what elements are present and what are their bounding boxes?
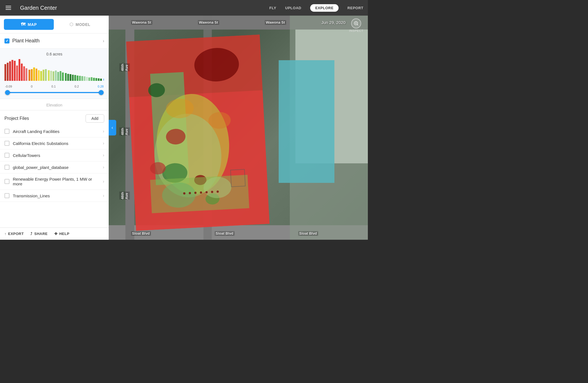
svg-rect-9: [26, 68, 27, 81]
export-button[interactable]: ↑ EXPORT: [4, 232, 24, 236]
svg-rect-1: [7, 63, 8, 81]
file-name-power: global_power_plant_database: [13, 165, 99, 170]
map-toggle-button[interactable]: 🗺 MAP: [4, 19, 54, 30]
file-item-cellular[interactable]: CellularTowers ›: [0, 149, 109, 161]
svg-rect-25: [65, 73, 67, 81]
svg-rect-2: [9, 61, 11, 81]
svg-rect-36: [91, 77, 93, 81]
svg-rect-30: [77, 76, 78, 81]
svg-rect-7: [21, 64, 23, 81]
model-toggle-button[interactable]: ⬡ MODEL: [55, 19, 105, 30]
sidebar-footer: ↑ EXPORT ⤴ SHARE ✤ HELP: [0, 227, 109, 240]
histogram-chart: [4, 59, 104, 81]
file-list: Aircraft Landing Facilities › California…: [0, 125, 109, 202]
slider-fill: [6, 92, 103, 93]
main-nav: FLY UPLOAD EXPLORE REPORT: [269, 4, 363, 12]
file-chevron-power: ›: [103, 165, 104, 170]
file-name-transmission: Transmission_Lines: [13, 193, 99, 198]
svg-rect-20: [53, 71, 54, 81]
svg-rect-39: [98, 78, 99, 81]
export-icon: ↑: [4, 232, 6, 236]
file-item-transmission[interactable]: Transmission_Lines ›: [0, 190, 109, 202]
file-checkbox-aircraft[interactable]: [4, 129, 9, 134]
help-icon: ✤: [54, 232, 58, 236]
share-icon: ⤴: [30, 232, 33, 236]
plant-health-title: Plant Health: [12, 38, 100, 44]
elevation-label[interactable]: Elevation: [0, 99, 109, 110]
file-name-cellular: CellularTowers: [13, 153, 99, 158]
svg-rect-29: [74, 75, 76, 81]
range-slider[interactable]: [4, 88, 104, 96]
svg-rect-31: [79, 76, 81, 81]
project-files-title: Project Files: [4, 116, 29, 121]
ndvi-svg: [126, 35, 270, 231]
file-checkbox-renewable[interactable]: [4, 179, 9, 184]
building-teal: [279, 60, 334, 183]
plant-health-chevron[interactable]: ›: [103, 38, 104, 43]
hamburger-menu[interactable]: [4, 5, 12, 11]
svg-rect-16: [43, 70, 44, 81]
nav-fly[interactable]: FLY: [269, 6, 276, 10]
svg-line-69: [357, 24, 358, 25]
svg-rect-27: [70, 74, 71, 81]
svg-rect-24: [62, 72, 64, 81]
svg-rect-40: [100, 79, 102, 81]
svg-rect-37: [93, 78, 95, 81]
svg-rect-34: [86, 77, 88, 81]
file-chevron-transmission: ›: [103, 193, 104, 198]
svg-rect-17: [45, 69, 47, 81]
file-checkbox-transmission[interactable]: [4, 193, 9, 198]
sidebar-collapse-button[interactable]: ‹: [109, 120, 116, 135]
file-checkbox-cellular[interactable]: [4, 153, 9, 158]
map-area[interactable]: Wawona St Wawona St Wawona St 46th Ave 4…: [109, 16, 368, 240]
svg-rect-6: [19, 59, 20, 81]
plant-health-header: Plant Health ›: [0, 33, 109, 49]
histogram-range-labels: -0.09 0 0.1 0.2 0.28: [4, 85, 104, 88]
inspect-button[interactable]: INSPECT: [349, 18, 363, 32]
nav-report[interactable]: REPORT: [348, 6, 363, 10]
help-button[interactable]: ✤ HELP: [54, 232, 69, 236]
file-chevron-renewable: ›: [103, 179, 104, 184]
inspect-icon: [351, 18, 361, 28]
project-files-header: Project Files Add: [0, 110, 109, 125]
svg-rect-32: [81, 76, 83, 81]
view-toggle: 🗺 MAP ⬡ MODEL: [0, 16, 109, 33]
file-item-power[interactable]: global_power_plant_database ›: [0, 161, 109, 173]
file-item-aircraft[interactable]: Aircraft Landing Facilities ›: [0, 125, 109, 137]
add-button[interactable]: Add: [86, 114, 104, 123]
file-checkbox-substations[interactable]: [4, 141, 9, 146]
file-name-aircraft: Aircraft Landing Facilities: [13, 129, 99, 134]
file-name-renewable: Renewable Energy Power Plants, 1 MW or m…: [13, 177, 99, 186]
svg-rect-35: [88, 77, 90, 81]
collapse-arrow-icon: ‹: [111, 125, 113, 130]
svg-rect-8: [23, 66, 25, 81]
svg-rect-11: [31, 69, 33, 81]
svg-rect-26: [67, 74, 69, 81]
inspect-label: INSPECT: [349, 29, 363, 32]
share-button[interactable]: ⤴ SHARE: [30, 232, 48, 236]
slider-track: [6, 92, 103, 93]
file-chevron-cellular: ›: [103, 153, 104, 158]
svg-rect-0: [4, 64, 6, 81]
nav-explore[interactable]: EXPLORE: [310, 4, 339, 12]
acres-label: 0.6 acres: [4, 52, 104, 56]
slider-thumb-right[interactable]: [99, 90, 104, 95]
file-item-substations[interactable]: California Electric Substations ›: [0, 137, 109, 149]
svg-rect-38: [95, 78, 97, 81]
app-header: Garden Center FLY UPLOAD EXPLORE REPORT: [0, 0, 368, 16]
svg-rect-13: [36, 69, 37, 81]
plant-health-checkbox[interactable]: [4, 38, 9, 43]
svg-rect-10: [28, 70, 30, 81]
file-checkbox-power[interactable]: [4, 165, 9, 170]
histogram-container: 0.6 acres: [0, 49, 109, 99]
plant-health-section: Plant Health › 0.6 acres: [0, 33, 109, 110]
nav-upload[interactable]: UPLOAD: [285, 6, 301, 10]
svg-rect-3: [11, 60, 13, 81]
map-icon: 🗺: [21, 22, 26, 27]
svg-rect-4: [14, 61, 16, 81]
slider-thumb-left[interactable]: [5, 90, 10, 95]
file-item-renewable[interactable]: Renewable Energy Power Plants, 1 MW or m…: [0, 173, 109, 190]
svg-rect-21: [55, 71, 57, 81]
svg-rect-15: [40, 71, 42, 81]
svg-rect-18: [48, 70, 50, 81]
